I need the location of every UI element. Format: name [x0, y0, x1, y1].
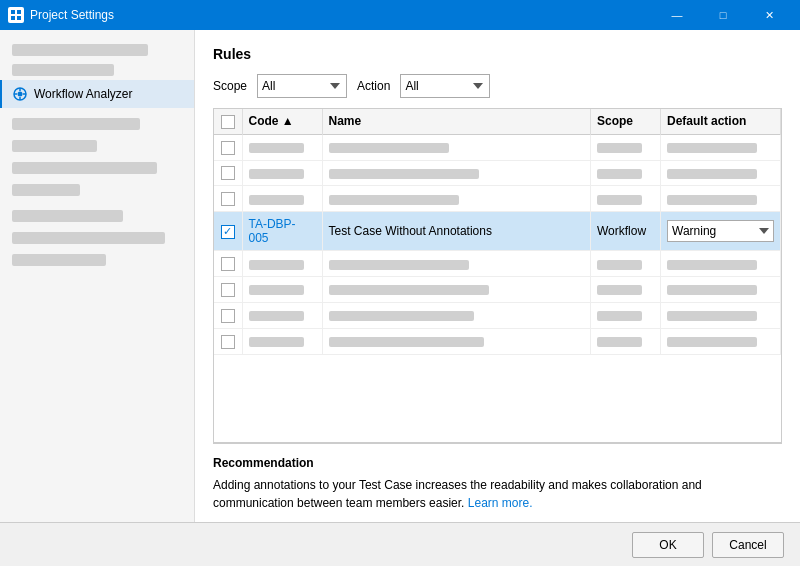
code-placeholder — [249, 169, 304, 179]
sidebar-placeholder-5 — [12, 156, 182, 174]
table-row[interactable] — [214, 134, 781, 160]
name-placeholder — [329, 143, 449, 153]
rules-table-wrapper[interactable]: Code ▲ Name Scope Default action — [213, 108, 782, 443]
sidebar-placeholder-7 — [12, 200, 182, 222]
title-bar: Project Settings — □ ✕ — [0, 0, 800, 30]
table-header-row: Code ▲ Name Scope Default action — [214, 109, 781, 134]
sidebar-item-workflow-analyzer[interactable]: Workflow Analyzer — [0, 80, 194, 108]
header-default-action[interactable]: Default action — [661, 109, 781, 134]
rule-code[interactable]: TA-DBP-005 — [242, 212, 322, 251]
svg-rect-2 — [11, 16, 15, 20]
app-icon — [8, 7, 24, 23]
action-placeholder — [667, 195, 757, 205]
row-checkbox[interactable] — [221, 166, 235, 180]
sidebar-placeholder-6 — [12, 178, 182, 196]
row-checkbox[interactable] — [221, 283, 235, 297]
action-placeholder — [667, 285, 757, 295]
page-title: Rules — [213, 46, 782, 62]
code-placeholder — [249, 311, 304, 321]
recommendation-text: Adding annotations to your Test Case inc… — [213, 476, 782, 512]
action-placeholder — [667, 143, 757, 153]
scope-placeholder — [597, 260, 642, 270]
action-select[interactable]: All Warning Error Info — [400, 74, 490, 98]
svg-rect-3 — [17, 16, 21, 20]
code-placeholder — [249, 260, 304, 270]
sidebar-placeholder-9 — [12, 248, 182, 266]
sidebar-placeholder-3 — [12, 116, 182, 130]
header-name[interactable]: Name — [322, 109, 591, 134]
recommendation-section: Recommendation Adding annotations to you… — [213, 443, 782, 522]
svg-rect-1 — [17, 10, 21, 14]
scope-placeholder — [597, 169, 642, 179]
scope-label: Scope — [213, 79, 247, 93]
sidebar-placeholder-8 — [12, 226, 182, 244]
table-row[interactable] — [214, 328, 781, 354]
code-placeholder — [249, 143, 304, 153]
code-placeholder — [249, 285, 304, 295]
filter-row: Scope All Workflow Activity Project Acti… — [213, 74, 782, 98]
row-checkbox[interactable] — [221, 257, 235, 271]
rule-name: Test Case Without Annotations — [322, 212, 591, 251]
code-placeholder — [249, 337, 304, 347]
scope-placeholder — [597, 337, 642, 347]
name-placeholder — [329, 285, 489, 295]
action-placeholder — [667, 337, 757, 347]
name-placeholder — [329, 311, 474, 321]
row-checkbox-checked[interactable]: ✓ — [221, 225, 235, 239]
minimize-button[interactable]: — — [654, 0, 700, 30]
scope-select[interactable]: All Workflow Activity Project — [257, 74, 347, 98]
sidebar-item-label: Workflow Analyzer — [34, 87, 132, 101]
sidebar-placeholder-2 — [12, 60, 182, 76]
rules-table: Code ▲ Name Scope Default action — [214, 109, 781, 355]
window-controls: — □ ✕ — [654, 0, 792, 30]
table-row[interactable] — [214, 277, 781, 303]
name-placeholder — [329, 195, 459, 205]
table-row[interactable] — [214, 251, 781, 277]
bottom-bar: OK Cancel — [0, 522, 800, 566]
header-scope[interactable]: Scope — [591, 109, 661, 134]
maximize-button[interactable]: □ — [700, 0, 746, 30]
header-checkbox[interactable] — [214, 109, 242, 134]
action-placeholder — [667, 260, 757, 270]
window-title: Project Settings — [30, 8, 654, 22]
rule-action-cell[interactable]: Warning Error Info Verbose — [661, 212, 781, 251]
table-row[interactable] — [214, 302, 781, 328]
svg-rect-0 — [11, 10, 15, 14]
action-placeholder — [667, 169, 757, 179]
cancel-button[interactable]: Cancel — [712, 532, 784, 558]
rule-scope: Workflow — [591, 212, 661, 251]
scope-placeholder — [597, 143, 642, 153]
name-placeholder — [329, 260, 469, 270]
row-checkbox[interactable] — [221, 192, 235, 206]
code-placeholder — [249, 195, 304, 205]
name-placeholder — [329, 169, 479, 179]
workflow-analyzer-icon — [12, 86, 28, 102]
sidebar-placeholder-1 — [12, 42, 182, 56]
ok-button[interactable]: OK — [632, 532, 704, 558]
header-code[interactable]: Code ▲ — [242, 109, 322, 134]
row-checkbox[interactable] — [221, 335, 235, 349]
scope-placeholder — [597, 195, 642, 205]
sidebar-placeholder-4 — [12, 134, 182, 152]
recommendation-title: Recommendation — [213, 456, 782, 470]
main-layout: Workflow Analyzer Rules Scope — [0, 30, 800, 522]
sidebar: Workflow Analyzer — [0, 30, 195, 522]
table-row-selected[interactable]: ✓ TA-DBP-005 Test Case Without Annotatio… — [214, 212, 781, 251]
learn-more-link[interactable]: Learn more. — [468, 496, 533, 510]
scope-placeholder — [597, 311, 642, 321]
table-row[interactable] — [214, 186, 781, 212]
action-dropdown[interactable]: Warning Error Info Verbose — [667, 220, 774, 242]
action-placeholder — [667, 311, 757, 321]
table-row[interactable] — [214, 160, 781, 186]
name-placeholder — [329, 337, 484, 347]
svg-point-5 — [18, 92, 23, 97]
row-checkbox[interactable] — [221, 309, 235, 323]
header-checkbox-box — [221, 115, 235, 129]
action-label: Action — [357, 79, 390, 93]
content-area: Rules Scope All Workflow Activity Projec… — [195, 30, 800, 522]
close-button[interactable]: ✕ — [746, 0, 792, 30]
row-checkbox[interactable] — [221, 141, 235, 155]
scope-placeholder — [597, 285, 642, 295]
